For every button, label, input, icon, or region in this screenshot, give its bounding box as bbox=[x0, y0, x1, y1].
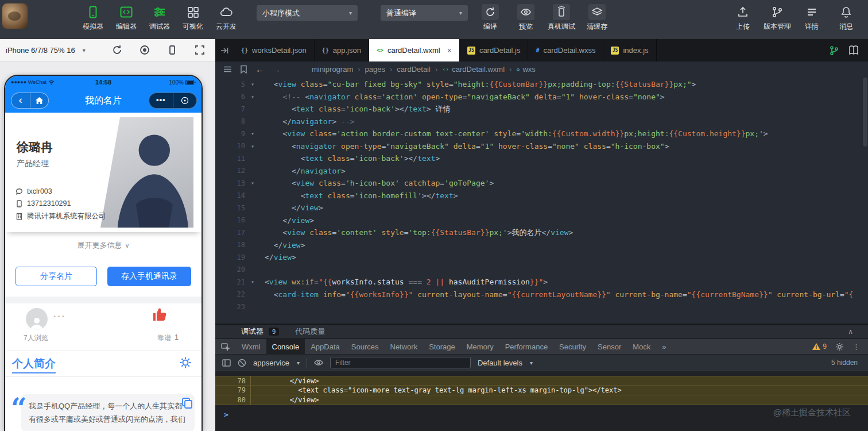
devtools-tab-sources[interactable]: Sources bbox=[346, 339, 385, 354]
bookmark-icon[interactable] bbox=[240, 65, 247, 74]
inspect-element-icon[interactable] bbox=[215, 339, 236, 354]
save-contact-button[interactable]: 存入手机通讯录 bbox=[107, 267, 191, 286]
goto-file-icon[interactable] bbox=[215, 39, 234, 61]
console-warning-row[interactable]: 80 </view> bbox=[215, 395, 868, 405]
devtools-tab-storage[interactable]: Storage bbox=[423, 339, 461, 354]
devtools-tab-network[interactable]: Network bbox=[385, 339, 424, 354]
reload-icon[interactable] bbox=[112, 45, 122, 55]
upload-button[interactable]: 上传 bbox=[729, 4, 757, 32]
code-line-20[interactable]: 20 bbox=[215, 264, 868, 276]
messages-button[interactable]: 消息 bbox=[832, 4, 860, 32]
breadcrumb-wxs[interactable]: ◇wxs bbox=[516, 65, 535, 74]
code-line-19[interactable]: 19</view> bbox=[215, 251, 868, 264]
fold-icon[interactable]: ▾ bbox=[245, 279, 260, 285]
code-line-16[interactable]: 16 </view> bbox=[215, 214, 868, 227]
editor-toggle-button[interactable]: 编辑器 bbox=[113, 4, 140, 32]
breadcrumb-pages[interactable]: pages bbox=[365, 65, 385, 74]
more-viewers-icon[interactable]: ··· bbox=[53, 311, 66, 322]
thumbs-up-icon[interactable] bbox=[151, 306, 168, 323]
code-line-18[interactable]: 18 </view> bbox=[215, 239, 868, 252]
debugger-toggle-button[interactable]: 调试器 bbox=[146, 4, 173, 32]
console-sidebar-icon[interactable] bbox=[222, 359, 231, 367]
code-line-11[interactable]: 11 <text class='icon-back'></text> bbox=[215, 152, 868, 165]
breadcrumb-cardDetail[interactable]: cardDetail bbox=[397, 65, 431, 74]
device-debug-button[interactable]: 真机调试 bbox=[548, 4, 575, 32]
expand-more-link[interactable]: 展开更多信息 ∨ bbox=[5, 232, 202, 259]
devtools-tab-console[interactable]: Console bbox=[266, 339, 305, 354]
settings-gear-icon[interactable] bbox=[179, 356, 192, 370]
collapse-panel-icon[interactable]: ∧ bbox=[848, 328, 853, 336]
code-line-5[interactable]: 5▾ <view class="cu-bar fixed bg-sky" sty… bbox=[215, 78, 868, 91]
tab-cardDetail.wxss[interactable]: #cardDetail.wxss bbox=[528, 39, 603, 61]
code-line-22[interactable]: 22 <card-item info="{{worksInfo}}" curre… bbox=[215, 288, 868, 301]
tab-cardDetail.wxml[interactable]: <>cardDetail.wxml× bbox=[369, 39, 460, 61]
share-card-button[interactable]: 分享名片 bbox=[16, 267, 97, 286]
code-line-14[interactable]: 14 <text class='icon-homefill'></text> bbox=[215, 190, 868, 202]
devtools-tab-sensor[interactable]: Sensor bbox=[592, 339, 627, 354]
app-logo[interactable] bbox=[2, 3, 28, 29]
tab-worksDetail.json[interactable]: {}worksDetail.json bbox=[234, 39, 315, 61]
console-warning-row[interactable]: 78 </view> bbox=[215, 376, 868, 386]
more-menu-button[interactable]: ••• bbox=[149, 93, 173, 107]
details-button[interactable]: 详情 bbox=[798, 4, 826, 32]
code-line-7[interactable]: 7 <text class='icon-back'></text> 详情 bbox=[215, 103, 868, 116]
code-line-21[interactable]: 21▾<view wx:if="{{worksInfo.status === 2… bbox=[215, 276, 868, 288]
code-line-9[interactable]: 9▾ <view class='action border-custom tex… bbox=[215, 128, 868, 140]
back-arrow-icon[interactable]: ← bbox=[255, 64, 264, 74]
forward-arrow-icon[interactable]: → bbox=[272, 64, 281, 74]
fold-icon[interactable]: ▾ bbox=[245, 130, 260, 137]
code-line-6[interactable]: 6▾ <!-- <navigator class='action' open-t… bbox=[215, 91, 868, 103]
code-line-15[interactable]: 15 </view> bbox=[215, 202, 868, 214]
code-line-23[interactable]: 23 bbox=[215, 301, 868, 313]
close-tab-icon[interactable]: × bbox=[447, 46, 452, 55]
editor-scrollbar[interactable] bbox=[863, 78, 867, 147]
tab-app.json[interactable]: {}app.json bbox=[315, 39, 369, 61]
warning-counter[interactable]: 9 bbox=[812, 343, 827, 351]
compile-button[interactable]: 编译 bbox=[476, 4, 504, 32]
code-line-8[interactable]: 8 </navigator> --> bbox=[215, 116, 868, 128]
breadcrumb-cardDetail.wxml[interactable]: ‹›cardDetail.wxml bbox=[442, 65, 505, 74]
code-editor[interactable]: 5▾ <view class="cu-bar fixed bg-sky" sty… bbox=[215, 76, 868, 324]
split-editor-icon[interactable] bbox=[848, 45, 859, 56]
code-line-10[interactable]: 10▾ <navigator open-type="navigateBack" … bbox=[215, 140, 868, 153]
more-tabs-icon[interactable]: » bbox=[656, 339, 672, 354]
home-button[interactable] bbox=[30, 93, 49, 108]
devtools-settings-icon[interactable] bbox=[835, 343, 844, 351]
fold-icon[interactable]: ▾ bbox=[245, 143, 260, 149]
breadcrumb-miniprogram[interactable]: miniprogram bbox=[312, 65, 353, 74]
fold-icon[interactable]: ▾ bbox=[245, 81, 260, 87]
tab-code-quality[interactable]: 代码质量 bbox=[295, 326, 325, 337]
devtools-tab-mock[interactable]: Mock bbox=[627, 339, 656, 354]
source-control-icon[interactable] bbox=[829, 45, 839, 56]
back-button[interactable]: ‹ bbox=[11, 93, 30, 108]
devtools-tab-security[interactable]: Security bbox=[553, 339, 592, 354]
context-selector[interactable]: appservice ▾ bbox=[253, 359, 300, 367]
simulator-toggle-button[interactable]: 模拟器 bbox=[79, 4, 107, 32]
cloud-dev-button[interactable]: 云开发 bbox=[212, 4, 240, 32]
devtools-tab-appdata[interactable]: AppData bbox=[305, 339, 346, 354]
viewer-avatar[interactable] bbox=[26, 308, 48, 330]
screenshot-icon[interactable] bbox=[195, 45, 205, 55]
minimize-button[interactable] bbox=[173, 93, 197, 108]
devtools-tab-performance[interactable]: Performance bbox=[499, 339, 553, 354]
preview-button[interactable]: 预览 bbox=[512, 4, 540, 32]
version-button[interactable]: 版本管理 bbox=[764, 4, 791, 32]
live-expression-eye-icon[interactable] bbox=[314, 359, 323, 366]
compile-mode-dropdown[interactable]: 普通编译 ▾ bbox=[381, 5, 468, 21]
devtools-tab-memory[interactable]: Memory bbox=[461, 339, 499, 354]
fold-icon[interactable]: ▾ bbox=[245, 180, 260, 186]
visual-toggle-button[interactable]: 可视化 bbox=[179, 4, 207, 32]
clear-cache-button[interactable]: 清缓存 bbox=[583, 4, 611, 32]
code-line-13[interactable]: 13▾ <view class='h-icon-box' catchtap='g… bbox=[215, 177, 868, 190]
tab-debugger[interactable]: 调试器 bbox=[241, 326, 264, 337]
tab-index.js[interactable]: JSindex.js bbox=[603, 39, 656, 61]
mode-dropdown[interactable]: 小程序模式 ▾ bbox=[257, 5, 358, 21]
device-selector[interactable]: iPhone 6/7/8 75% 16 ▾ bbox=[0, 46, 86, 55]
tab-cardDetail.js[interactable]: JScardDetail.js bbox=[460, 39, 529, 61]
log-level-selector[interactable]: Default levels ▾ bbox=[478, 359, 533, 367]
code-line-12[interactable]: 12 </navigator> bbox=[215, 165, 868, 178]
copy-icon[interactable] bbox=[181, 397, 193, 409]
clear-console-icon[interactable] bbox=[238, 359, 246, 367]
record-icon[interactable] bbox=[140, 45, 150, 55]
menu-icon[interactable] bbox=[223, 66, 232, 73]
